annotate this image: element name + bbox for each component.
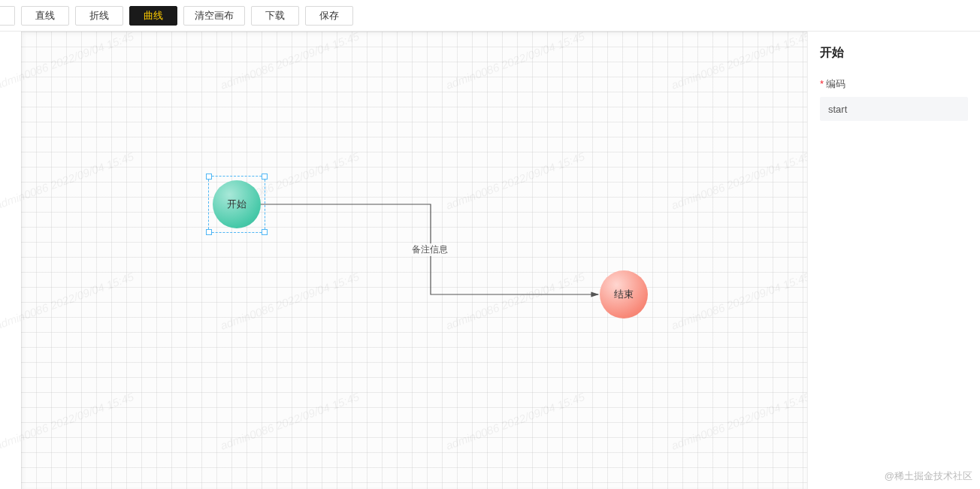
attribution-text: @稀土掘金技术社区 <box>885 469 972 483</box>
canvas-wrapper: admin0086 2022/09/04 15:45 admin0086 202… <box>0 32 807 489</box>
field-code-label: *编码 <box>820 77 968 91</box>
line-poly-button[interactable]: 折线 <box>75 6 123 26</box>
clear-canvas-button[interactable]: 清空画布 <box>183 6 245 26</box>
watermark-text: admin0086 2022/09/04 15:45 <box>219 390 361 452</box>
line-straight-button[interactable]: 直线 <box>21 6 69 26</box>
watermark-text: admin0086 2022/09/04 15:45 <box>444 390 586 452</box>
properties-panel: 开始 *编码 <box>807 32 980 489</box>
watermark-text: admin0086 2022/09/04 15:45 <box>670 390 807 452</box>
watermark-text: admin0086 2022/09/04 15:45 <box>219 270 361 332</box>
watermark-layer: admin0086 2022/09/04 15:45 admin0086 202… <box>21 32 807 489</box>
watermark-text: admin0086 2022/09/04 15:45 <box>0 390 135 452</box>
watermark-text: admin0086 2022/09/04 15:45 <box>670 270 807 332</box>
resize-handle-bl[interactable] <box>206 229 212 235</box>
field-code-input[interactable] <box>820 97 968 121</box>
node-end[interactable]: 结束 <box>600 270 648 318</box>
required-asterisk: * <box>820 78 824 89</box>
watermark-text: admin0086 2022/09/04 15:45 <box>444 149 586 212</box>
watermark-text: admin0086 2022/09/04 15:45 <box>0 32 135 92</box>
main-area: admin0086 2022/09/04 15:45 admin0086 202… <box>0 32 980 489</box>
node-start[interactable]: 开始 <box>213 180 261 228</box>
watermark-text: admin0086 2022/09/04 15:45 <box>0 149 135 212</box>
node-end-label: 结束 <box>614 288 634 301</box>
download-button[interactable]: 下载 <box>251 6 299 26</box>
edge-connector <box>21 32 807 482</box>
panel-title: 开始 <box>820 45 968 61</box>
watermark-text: admin0086 2022/09/04 15:45 <box>670 32 807 92</box>
save-button[interactable]: 保存 <box>305 6 353 26</box>
resize-handle-br[interactable] <box>262 229 268 235</box>
watermark-text: admin0086 2022/09/04 15:45 <box>444 270 586 332</box>
canvas[interactable]: admin0086 2022/09/04 15:45 admin0086 202… <box>21 32 807 489</box>
edge-label[interactable]: 备注信息 <box>410 243 449 256</box>
toolbar: 直线 折线 曲线 清空画布 下载 保存 <box>0 0 980 32</box>
watermark-text: admin0086 2022/09/04 15:45 <box>444 32 586 92</box>
watermark-text: admin0086 2022/09/04 15:45 <box>0 270 135 332</box>
watermark-text: admin0086 2022/09/04 15:45 <box>219 32 361 92</box>
resize-handle-tl[interactable] <box>206 174 212 180</box>
watermark-text: admin0086 2022/09/04 15:45 <box>670 149 807 212</box>
toolbar-cutoff-button[interactable] <box>0 6 15 26</box>
resize-handle-tr[interactable] <box>262 174 268 180</box>
line-curve-button[interactable]: 曲线 <box>129 6 177 26</box>
node-start-label: 开始 <box>227 198 247 211</box>
field-code-label-text: 编码 <box>826 78 845 89</box>
